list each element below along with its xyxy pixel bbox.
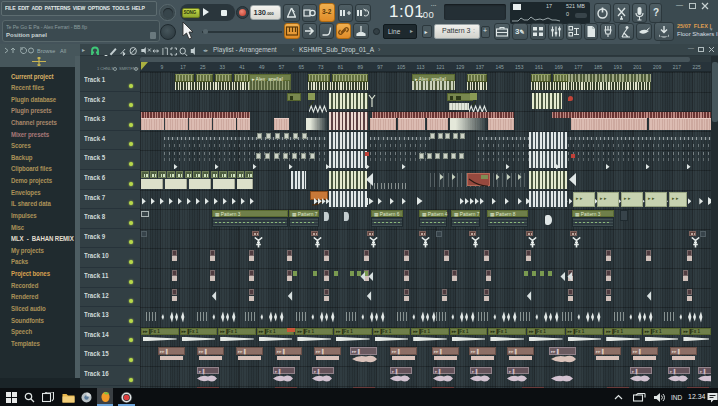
svg-text:All: All bbox=[60, 48, 66, 54]
svg-text:Browse: Browse bbox=[37, 48, 55, 54]
